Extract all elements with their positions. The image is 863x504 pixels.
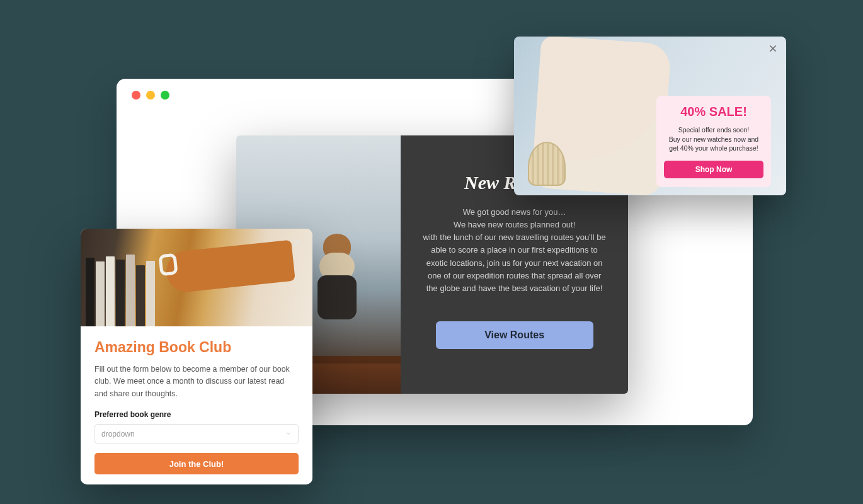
close-icon[interactable] <box>290 235 305 250</box>
book-hero-image <box>81 229 312 326</box>
bag-illustration <box>528 142 566 186</box>
sale-popup: 40% SALE! Special offer ends soon!Buy ou… <box>514 37 786 195</box>
sale-card: 40% SALE! Special offer ends soon!Buy ou… <box>656 96 771 187</box>
routes-description: We got good news for you…We have new rou… <box>421 206 608 295</box>
window-maximize-dot[interactable] <box>161 91 169 100</box>
genre-select-placeholder: dropdown <box>101 430 135 438</box>
bracelet-illustration <box>158 253 178 277</box>
person-illustration <box>315 234 359 309</box>
genre-select[interactable]: dropdown <box>94 424 299 444</box>
arm-illustration <box>164 239 295 294</box>
close-icon[interactable] <box>767 43 779 54</box>
view-routes-button[interactable]: View Routes <box>436 321 593 349</box>
book-popup-body: Amazing Book Club Fill out the form belo… <box>81 326 312 484</box>
book-description: Fill out the form below to become a memb… <box>94 364 299 400</box>
book-club-popup: Amazing Book Club Fill out the form belo… <box>81 229 312 484</box>
window-minimize-dot[interactable] <box>146 91 155 100</box>
sale-title: 40% SALE! <box>664 105 763 119</box>
shop-now-button[interactable]: Shop Now <box>664 161 763 178</box>
genre-field-label: Preferred book genre <box>94 410 299 419</box>
chevron-down-icon <box>285 430 292 438</box>
join-club-button[interactable]: Join the Club! <box>94 453 299 474</box>
window-close-dot[interactable] <box>132 91 140 100</box>
sale-description: Special offer ends soon!Buy our new watc… <box>664 125 763 153</box>
book-title: Amazing Book Club <box>94 339 299 356</box>
